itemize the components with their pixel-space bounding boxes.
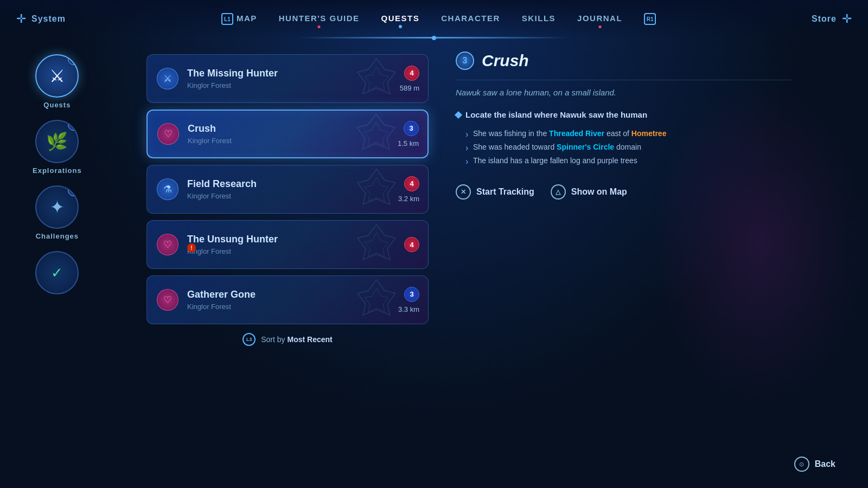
quest-1-icon-wrap: ⚔ (156, 67, 180, 91)
quest-4-location: Kinglor Forest (187, 247, 397, 255)
quest-card-unsung-hunter[interactable]: ♡ ! The Unsung Hunter Kinglor Forest 4 (146, 220, 429, 269)
quest-1-badge: 4 (404, 66, 419, 81)
quest-3-icon-wrap: ⚗ (156, 177, 180, 201)
quest-detail-panel: 3 Crush Nawuk saw a lone human, on a sma… (456, 52, 792, 200)
quest-1-icon: ⚔ (157, 68, 178, 89)
quests-count: 5 (68, 54, 79, 65)
quest-4-meta: 4 (404, 237, 419, 252)
quest-3-location: Kinglor Forest (187, 192, 391, 200)
show-on-map-label: Show on Map (571, 187, 627, 197)
store-label[interactable]: Store (812, 14, 837, 24)
nav-map-wrapper: L1 MAP (221, 13, 257, 25)
quest-1-info: The Missing Hunter Kinglor Forest (187, 68, 392, 89)
objectives-list: She was fishing in the Threaded River ea… (456, 127, 792, 168)
quest-5-location: Kinglor Forest (187, 303, 391, 311)
store-icon: ✛ (842, 12, 852, 26)
nav-journal-link[interactable]: JOURNAL (577, 14, 622, 25)
system-icon: ✛ (16, 12, 26, 26)
quest-card-field-research[interactable]: ⚗ Field Research Kinglor Forest 4 3.2 km (146, 165, 429, 214)
detail-title: Crush (482, 52, 529, 70)
quest-5-info: Gatherer Gone Kinglor Forest (187, 289, 391, 311)
start-tracking-label: Start Tracking (476, 187, 534, 197)
quest-3-meta: 4 3.2 km (398, 176, 419, 203)
threaded-river-highlight: Threaded River (549, 129, 604, 138)
objectives-diamond-icon (455, 111, 462, 118)
start-tracking-button[interactable]: ✕ Start Tracking (456, 184, 534, 200)
sidebar-item-quests[interactable]: ⚔ 5 Quests (33, 54, 82, 109)
quest-3-icon: ⚗ (157, 178, 178, 200)
quest-1-name: The Missing Hunter (187, 68, 392, 79)
back-key-icon: ⊙ (794, 457, 809, 472)
nav-skills-link[interactable]: SKILLS (522, 14, 556, 25)
quest-2-name: Crush (188, 123, 390, 134)
nav-hunters-guide-wrapper: HUNTER'S GUIDE (279, 14, 360, 25)
quest-2-distance: 1.5 km (398, 139, 419, 147)
quest-card-gatherer-gone[interactable]: ♡ Gatherer Gone Kinglor Forest 3 3.3 km (146, 275, 429, 324)
nav-map-link[interactable]: MAP (237, 14, 257, 25)
quest-1-distance: 589 m (400, 84, 419, 92)
sidebar-item-challenges[interactable]: ✦ 5 Challenges (33, 185, 82, 240)
nav-character-link[interactable]: CHARACTER (441, 14, 500, 25)
nav-r1-key: R1 (644, 13, 656, 25)
nav-center: L1 MAP HUNTER'S GUIDE QUESTS CHARACTER S… (221, 13, 656, 25)
quest-3-badge: 4 (404, 176, 419, 191)
back-button[interactable]: ⊙ Back (794, 457, 835, 472)
quest-2-info: Crush Kinglor Forest (188, 123, 390, 145)
detail-header: 3 Crush (456, 52, 792, 80)
hometree-highlight: Hometree (631, 129, 667, 138)
show-on-map-button[interactable]: △ Show on Map (551, 184, 627, 200)
nav-right: Store ✛ (812, 12, 852, 26)
quest-5-name: Gatherer Gone (187, 289, 391, 300)
quest-4-icon-wrap: ♡ ! (156, 233, 180, 256)
sidebar-explorations-icon-wrap: 🌿 3 (35, 120, 79, 163)
sort-bar[interactable]: L3 Sort by Most Recent (146, 333, 429, 346)
quest-5-icon-wrap: ♡ (156, 288, 180, 312)
sort-key-icon: L3 (242, 333, 256, 346)
objectives-header: Locate the island where Nawuk saw the hu… (456, 110, 792, 119)
quest-card-missing-hunter[interactable]: ⚔ The Missing Hunter Kinglor Forest 4 58… (146, 54, 429, 103)
quest-5-meta: 3 3.3 km (398, 287, 419, 313)
quest-2-icon-wrap: ♡ (156, 122, 180, 146)
quest-1-meta: 4 589 m (400, 66, 419, 92)
objective-item-1: She was fishing in the Threaded River ea… (465, 127, 792, 140)
quest-3-info: Field Research Kinglor Forest (187, 178, 391, 200)
top-nav: ✛ System L1 MAP HUNTER'S GUIDE QUESTS CH… (0, 0, 868, 38)
detail-subtitle: Nawuk saw a lone human, on a small islan… (456, 88, 792, 97)
detail-number-badge: 3 (456, 52, 474, 70)
sidebar-item-explorations[interactable]: 🌿 3 Explorations (33, 120, 82, 175)
quest-4-badge: 4 (404, 237, 419, 252)
start-tracking-key: ✕ (456, 184, 471, 200)
show-on-map-key: △ (551, 184, 566, 200)
system-label[interactable]: System (31, 14, 66, 24)
completed-icon: ✓ (51, 265, 63, 281)
quest-list: ⚔ The Missing Hunter Kinglor Forest 4 58… (146, 54, 429, 346)
nav-l1-key: L1 (221, 13, 233, 25)
objective-item-2: She was headed toward Spinner's Circle d… (465, 140, 792, 154)
quest-4-name: The Unsung Hunter (187, 234, 397, 245)
nav-skills-wrapper: SKILLS (522, 14, 556, 25)
nav-quests-wrapper: QUESTS (381, 14, 420, 25)
nav-r1-wrapper: R1 (644, 13, 656, 25)
sidebar-item-completed[interactable]: ✓ (33, 251, 82, 294)
quest-4-error-icon: ! (187, 243, 196, 252)
explorations-count: 3 (68, 120, 79, 131)
quests-icon: ⚔ (49, 66, 65, 86)
nav-quests-link[interactable]: QUESTS (381, 14, 420, 25)
explorations-icon: 🌿 (46, 131, 68, 152)
quest-card-crush[interactable]: ♡ Crush Kinglor Forest 3 1.5 km (146, 110, 429, 158)
sidebar-challenges-label: Challenges (36, 232, 79, 240)
journal-dot (598, 25, 601, 28)
hunters-guide-dot (318, 25, 321, 28)
quest-3-name: Field Research (187, 178, 391, 190)
nav-hunters-guide-link[interactable]: HUNTER'S GUIDE (279, 14, 360, 25)
quest-2-badge: 3 (404, 121, 419, 136)
sidebar-explorations-label: Explorations (33, 166, 82, 175)
spinners-circle-highlight: Spinner's Circle (557, 143, 614, 151)
sidebar-completed-icon-wrap: ✓ (35, 251, 79, 294)
sidebar-quests-icon-wrap: ⚔ 5 (35, 54, 79, 98)
quest-3-distance: 3.2 km (398, 195, 419, 203)
objective-item-3: The island has a large fallen log and pu… (465, 154, 792, 168)
back-label: Back (815, 459, 835, 469)
quest-5-distance: 3.3 km (398, 305, 419, 313)
quest-4-info: The Unsung Hunter Kinglor Forest (187, 234, 397, 255)
